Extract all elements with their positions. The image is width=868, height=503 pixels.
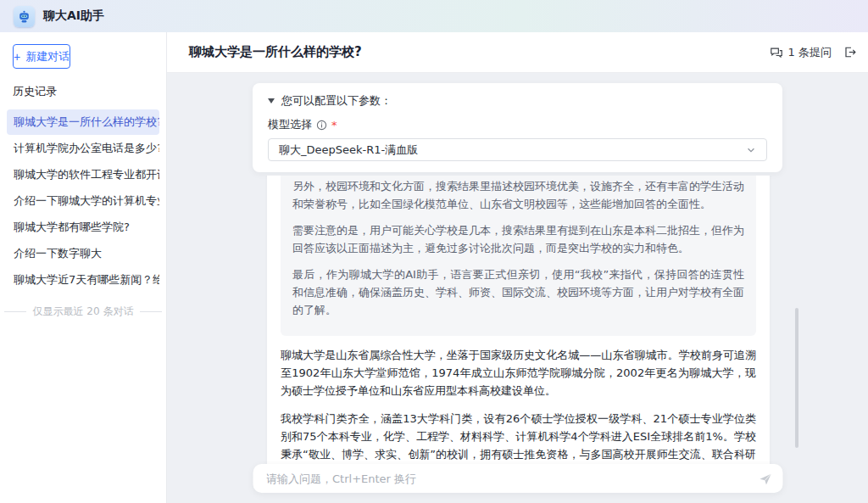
model-select[interactable]: 聊大_DeepSeek-R1-满血版: [268, 138, 767, 161]
robot-icon: [17, 9, 31, 24]
conversation-item[interactable]: 介绍一下数字聊大: [7, 241, 159, 266]
message-composer: [253, 464, 782, 493]
model-select-label-row: 模型选择 *: [268, 117, 767, 132]
main-panel: 聊城大学是一所什么样的学校? 1 条提问: [167, 32, 868, 503]
model-select-value: 聊大_DeepSeek-R1-满血版: [279, 143, 746, 158]
conversation-item[interactable]: 聊城大学近7天有哪些新闻？给出前...: [7, 267, 159, 293]
reasoning-paragraph: 最后，作为聊城大学的AI助手，语言要正式但亲切，使用“我校”来指代，保持回答的连…: [292, 265, 744, 319]
conversation-header: 聊城大学是一所什么样的学校? 1 条提问: [167, 32, 868, 73]
app-logo: [14, 6, 35, 27]
reasoning-paragraph: 另外，校园环境和文化方面，搜索结果里描述校园环境优美，设施齐全，还有丰富的学生活…: [292, 177, 744, 213]
required-mark: *: [331, 119, 337, 131]
chevron-down-icon: [746, 145, 756, 155]
conversation-item[interactable]: 聊城大学的软件工程专业都开设哪...: [7, 162, 159, 187]
new-chat-label: 新建对话: [25, 49, 70, 64]
divider-line: [140, 311, 162, 312]
logout-icon: [843, 46, 856, 59]
vertical-scrollbar[interactable]: [795, 308, 798, 448]
message-scroll-viewport[interactable]: 另外，校园环境和文化方面，搜索结果里描述校园环境优美，设施齐全，还有丰富的学生活…: [253, 176, 782, 467]
reasoning-block: 另外，校园环境和文化方面，搜索结果里描述校园环境优美，设施齐全，还有丰富的学生活…: [281, 176, 756, 336]
app-window: 聊大AI助手 + 新建对话 历史记录 聊城大学是一所什么样的学校? 计算机学院办…: [0, 0, 868, 503]
reasoning-paragraph: 需要注意的是，用户可能关心学校是几本，搜索结果里有提到在山东是本科二批招生，但作…: [292, 221, 744, 257]
exit-conversation-button[interactable]: [843, 46, 856, 59]
conversation-item[interactable]: 介绍一下聊城大学的计算机专业情况: [7, 188, 159, 214]
app-title: 聊大AI助手: [43, 8, 104, 24]
conversation-title: 聊城大学是一所什么样的学校?: [189, 44, 770, 60]
conversation-item[interactable]: 聊城大学是一所什么样的学校?: [7, 109, 159, 135]
question-input[interactable]: [266, 472, 758, 485]
parameter-config-card: 您可以配置以下参数： 模型选择 *: [253, 83, 782, 172]
chat-count-icon: [770, 47, 783, 59]
answer-paragraph: 聊城大学是山东省属综合性大学，坐落于国家级历史文化名城——山东省聊城市。学校前身…: [281, 346, 756, 400]
history-section-label: 历史记录: [0, 84, 166, 99]
assistant-message-bubble: 另外，校园环境和文化方面，搜索结果里描述校园环境优美，设施齐全，还有丰富的学生活…: [267, 176, 770, 467]
answer-paragraph: 我校学科门类齐全，涵盖13大学科门类，设有26个硕士学位授权一级学科、21个硕士…: [281, 410, 756, 467]
sidebar: + 新建对话 历史记录 聊城大学是一所什么样的学校? 计算机学院办公室电话是多少…: [0, 32, 167, 503]
conversation-item[interactable]: 计算机学院办公室电话是多少?: [7, 136, 159, 161]
caret-down-icon: [268, 98, 275, 103]
history-limit-note: 仅显示最近 20 条对话: [0, 305, 166, 319]
conversation-item[interactable]: 聊城大学都有哪些学院?: [7, 215, 159, 240]
model-select-label: 模型选择: [268, 117, 312, 132]
plus-icon: +: [14, 51, 20, 63]
question-count: 1 条提问: [770, 45, 832, 60]
info-icon[interactable]: [316, 120, 327, 131]
send-icon[interactable]: [758, 472, 772, 486]
top-bar: 聊大AI助手: [0, 0, 868, 32]
chat-content-area: 您可以配置以下参数： 模型选择 *: [167, 73, 868, 503]
answer-block: 聊城大学是山东省属综合性大学，坐落于国家级历史文化名城——山东省聊城市。学校前身…: [281, 346, 756, 467]
config-collapse-toggle[interactable]: 您可以配置以下参数：: [268, 93, 767, 109]
divider-line: [4, 311, 26, 312]
new-chat-button[interactable]: + 新建对话: [13, 44, 70, 69]
config-collapse-label: 您可以配置以下参数：: [281, 93, 392, 109]
